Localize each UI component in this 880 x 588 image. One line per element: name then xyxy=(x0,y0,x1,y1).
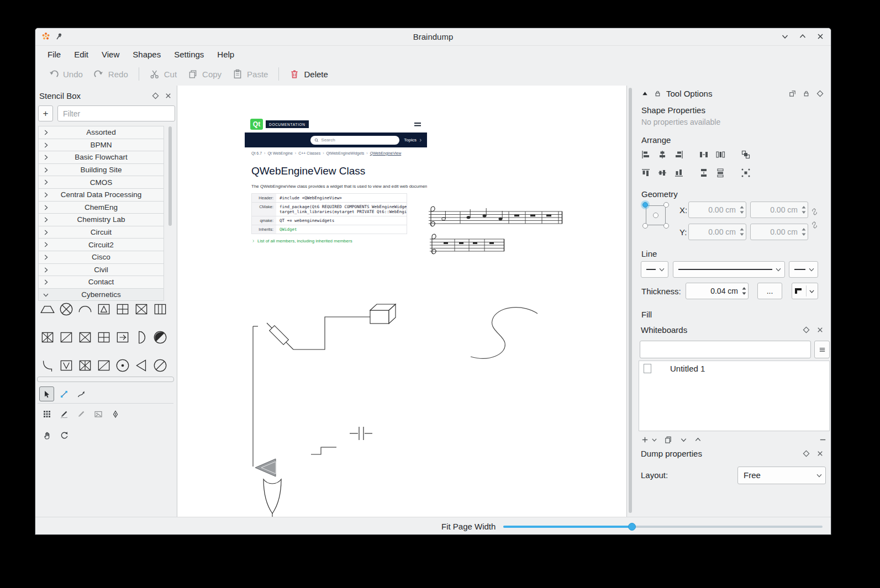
more-line-options-button[interactable]: ... xyxy=(757,283,782,299)
lock-icon[interactable] xyxy=(654,89,662,98)
duplicate-whiteboard-button[interactable] xyxy=(662,433,674,446)
stencil-shape-box-diagonal-2[interactable] xyxy=(96,357,112,373)
stencil-category-central-data-processing[interactable]: Central Data Processing xyxy=(38,188,164,202)
stencil-category-basic-flowchart[interactable]: Basic Flowchart xyxy=(38,151,164,164)
stencil-shape-box-plus[interactable] xyxy=(114,301,131,317)
collapse-triangle-icon[interactable] xyxy=(641,89,649,98)
wire[interactable] xyxy=(253,326,258,467)
detach-icon[interactable] xyxy=(788,89,797,98)
spinner-arrows-icon[interactable] xyxy=(801,205,807,215)
stencil-shape-hook[interactable] xyxy=(39,357,56,373)
spinner-arrows-icon[interactable] xyxy=(739,205,745,215)
add-whiteboard-dropdown[interactable] xyxy=(650,433,658,446)
zoom-mode-label[interactable]: Fit Page Width xyxy=(441,522,496,531)
select-tool-button[interactable] xyxy=(39,386,54,401)
stencil-category-civil[interactable]: Civil xyxy=(38,263,164,277)
height-input[interactable] xyxy=(750,224,808,240)
wire[interactable] xyxy=(293,317,370,349)
stencil-category-bpmn[interactable]: BPMN xyxy=(38,139,164,152)
close-icon[interactable] xyxy=(816,326,824,334)
pencil-tool-button[interactable] xyxy=(56,406,71,421)
switch[interactable] xyxy=(311,447,336,454)
resistor[interactable] xyxy=(267,323,293,349)
line-style-select[interactable] xyxy=(673,261,785,278)
menu-file[interactable]: File xyxy=(41,47,67,61)
qt-doc-snapshot[interactable]: Qt DOCUMENTATION Search Topics xyxy=(245,116,427,261)
redo-button[interactable]: Redo xyxy=(88,66,134,82)
move-up-button[interactable] xyxy=(692,433,704,446)
distribute-vertical-button[interactable] xyxy=(697,166,711,180)
stencil-category-building-site[interactable]: Building Site xyxy=(38,163,164,177)
stencil-shape-box-v[interactable] xyxy=(58,357,75,373)
align-center-horizontal-button[interactable] xyxy=(655,147,670,162)
anchor-top-left[interactable] xyxy=(642,202,648,208)
close-icon[interactable] xyxy=(164,92,172,100)
close-button[interactable] xyxy=(815,31,825,41)
stencil-filter-input[interactable] xyxy=(57,105,175,121)
delete-button[interactable]: Delete xyxy=(284,66,333,82)
spinner-arrows-icon[interactable] xyxy=(801,227,807,237)
line-cap-style-button[interactable] xyxy=(792,283,818,299)
layout-select[interactable]: Free xyxy=(737,467,826,484)
thickness-input[interactable] xyxy=(686,283,749,299)
stencil-shape-circle-x[interactable] xyxy=(58,301,75,317)
align-top-button[interactable] xyxy=(639,166,653,180)
stencil-shape-box-x[interactable] xyxy=(133,301,150,317)
line-start-style-select[interactable] xyxy=(641,261,668,278)
spread-objects-button[interactable] xyxy=(739,166,753,180)
stencil-shape-circle-dot[interactable] xyxy=(114,357,131,373)
grid-tool-button[interactable] xyxy=(39,406,54,421)
move-down-button[interactable] xyxy=(677,433,689,446)
whiteboard-list-item[interactable]: Untitled 1 xyxy=(639,361,829,375)
menu-edit[interactable]: Edit xyxy=(67,47,95,61)
add-stencil-button[interactable]: + xyxy=(38,105,53,121)
stencil-category-assorted[interactable]: Assorted xyxy=(38,126,164,139)
remove-whiteboard-button[interactable] xyxy=(816,433,829,446)
zoom-slider[interactable] xyxy=(503,526,823,528)
distribute-horizontal-button[interactable] xyxy=(697,147,711,162)
stencil-shape-box-x-vline-2[interactable] xyxy=(77,357,93,373)
stencil-shape-triangle-left[interactable] xyxy=(133,357,150,373)
line-end-style-select[interactable] xyxy=(789,261,818,278)
position-anchor-widget[interactable] xyxy=(642,202,670,229)
music-staff-1[interactable] xyxy=(429,206,562,226)
stencil-shape-arc[interactable] xyxy=(77,301,93,317)
zoom-slider-handle[interactable] xyxy=(628,523,636,531)
calligraphy-tool-button[interactable] xyxy=(108,406,123,421)
pattern-tool-button[interactable] xyxy=(73,406,88,421)
spinner-arrows-icon[interactable] xyxy=(741,286,747,296)
stencil-category-chemeng[interactable]: ChemEng xyxy=(38,201,164,214)
cube[interactable] xyxy=(370,304,396,324)
stencil-shape-circle-half[interactable] xyxy=(152,329,168,346)
stencil-shape-box-arrow[interactable] xyxy=(114,329,131,346)
stencil-category-chemistry-lab[interactable]: Chemistry Lab xyxy=(38,213,164,226)
gray-arrow[interactable] xyxy=(255,459,276,476)
menu-view[interactable]: View xyxy=(95,47,126,61)
cut-button[interactable]: Cut xyxy=(144,66,182,82)
stencil-category-circuit2[interactable]: Circuit2 xyxy=(38,238,164,251)
maximize-button[interactable] xyxy=(798,31,808,41)
stencil-shape-box-vlines[interactable] xyxy=(152,301,168,317)
link-icon[interactable] xyxy=(811,208,818,215)
freehand-path-tool-button[interactable] xyxy=(73,386,88,401)
s-curve[interactable] xyxy=(471,308,538,359)
float-icon[interactable] xyxy=(816,89,824,98)
align-center-vertical-button[interactable] xyxy=(655,166,670,180)
music-staff-2[interactable] xyxy=(430,234,504,254)
lock-icon[interactable] xyxy=(802,89,810,98)
stencil-shape-box-diagonal[interactable] xyxy=(58,329,75,346)
menu-shapes[interactable]: Shapes xyxy=(126,47,167,61)
stencil-category-cisco[interactable]: Cisco xyxy=(38,251,164,264)
copy-button[interactable]: Copy xyxy=(182,66,227,82)
stencil-shape-box-x-vline[interactable] xyxy=(39,329,56,346)
stencil-category-cybernetics[interactable]: Cybernetics xyxy=(38,288,164,301)
distribute-horizontal-centers-button[interactable] xyxy=(713,147,728,162)
stencil-shape-trapezoid[interactable] xyxy=(39,301,56,317)
undo-button[interactable]: Undo xyxy=(43,66,88,82)
capacitor[interactable] xyxy=(350,427,372,440)
align-left-button[interactable] xyxy=(639,147,653,162)
image-tool-button[interactable] xyxy=(91,406,106,421)
stencil-shape-box-x-2[interactable] xyxy=(77,329,93,346)
anchor-bottom-left[interactable] xyxy=(642,223,648,229)
stencil-shape-box-plus-2[interactable] xyxy=(96,329,112,346)
